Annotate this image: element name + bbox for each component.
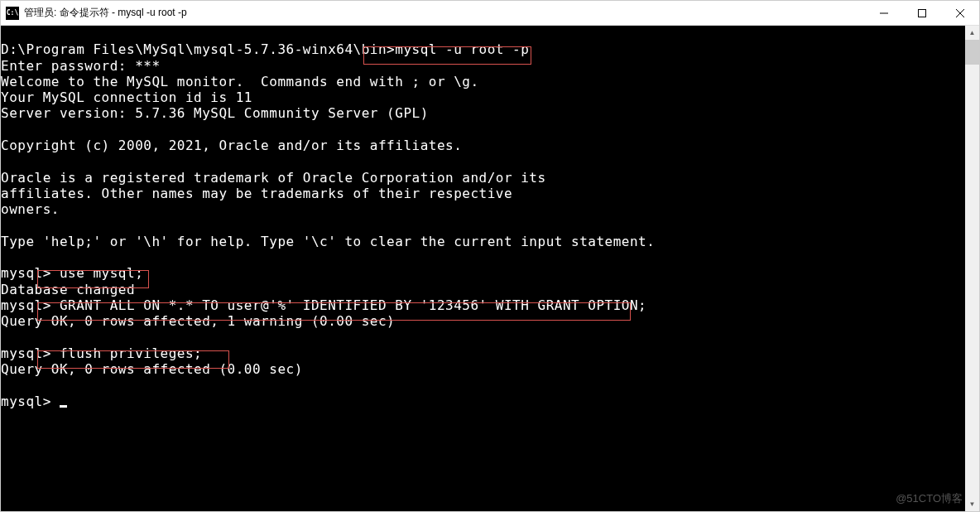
window-titlebar[interactable]: C:\ 管理员: 命令提示符 - mysql -u root -p <box>1 1 979 26</box>
terminal-line: Server version: 5.7.36 MySQL Community S… <box>1 105 979 121</box>
minimize-icon <box>880 9 888 17</box>
cursor <box>60 405 67 408</box>
terminal-line: Query OK, 0 rows affected (0.00 sec) <box>1 361 979 377</box>
maximize-icon <box>918 9 926 17</box>
svg-rect-1 <box>919 9 926 17</box>
terminal-line: owners. <box>1 201 979 217</box>
terminal-line: Database changed <box>1 282 979 297</box>
maximize-button[interactable] <box>903 1 941 25</box>
terminal-line: Oracle is a registered trademark of Orac… <box>1 170 979 186</box>
terminal-container: D:\Program Files\MySql\mysql-5.7.36-winx… <box>1 26 979 511</box>
command-prompt-window: C:\ 管理员: 命令提示符 - mysql -u root -p D:\Pro… <box>0 0 980 512</box>
scroll-down-arrow-icon[interactable]: ▼ <box>965 497 979 511</box>
terminal-line: affiliates. Other names may be trademark… <box>1 186 979 201</box>
terminal-line <box>1 26 979 41</box>
terminal-line: Query OK, 0 rows affected, 1 warning (0.… <box>1 313 979 329</box>
terminal-line: Your MySQL connection id is 11 <box>1 89 979 105</box>
watermark-text: @51CTO博客 <box>896 491 963 506</box>
terminal-line: Enter password: *** <box>1 58 979 74</box>
terminal-line: Type 'help;' or '\h' for help. Type '\c'… <box>1 234 979 249</box>
terminal-line: mysql> flush privileges; <box>1 345 979 361</box>
terminal-line <box>1 122 979 138</box>
minimize-button[interactable] <box>865 1 903 25</box>
terminal-output[interactable]: D:\Program Files\MySql\mysql-5.7.36-winx… <box>1 26 979 511</box>
terminal-line <box>1 330 979 345</box>
terminal-line <box>1 153 979 169</box>
window-title: 管理员: 命令提示符 - mysql -u root -p <box>24 6 187 20</box>
window-controls <box>865 1 979 25</box>
terminal-line: mysql> GRANT ALL ON *.* TO user@'%' IDEN… <box>1 297 979 313</box>
terminal-line: Welcome to the MySQL monitor. Commands e… <box>1 74 979 89</box>
terminal-line <box>1 218 979 234</box>
cmd-icon: C:\ <box>6 7 19 20</box>
close-button[interactable] <box>941 1 979 25</box>
close-icon <box>956 9 964 17</box>
terminal-line <box>1 249 979 265</box>
terminal-line: mysql> use mysql; <box>1 265 979 281</box>
terminal-line: Copyright (c) 2000, 2021, Oracle and/or … <box>1 138 979 153</box>
terminal-line <box>1 378 979 394</box>
vertical-scrollbar[interactable]: ▲ ▼ <box>965 26 979 511</box>
terminal-line: mysql> <box>1 394 979 409</box>
terminal-line: D:\Program Files\MySql\mysql-5.7.36-winx… <box>1 41 979 57</box>
scrollbar-thumb[interactable] <box>965 40 979 65</box>
scroll-up-arrow-icon[interactable]: ▲ <box>965 26 979 40</box>
